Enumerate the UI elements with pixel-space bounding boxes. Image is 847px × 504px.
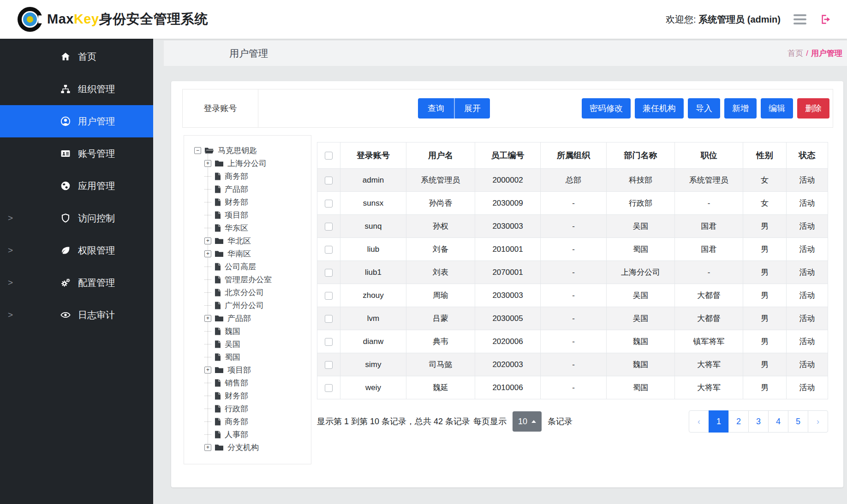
- tree-expander-minus[interactable]: −: [194, 147, 201, 154]
- edit-button[interactable]: 编辑: [761, 98, 793, 119]
- sidebar-item-label: 组织管理: [78, 83, 115, 95]
- file-icon: [215, 211, 221, 219]
- tree-node[interactable]: 项目部: [184, 208, 311, 221]
- tree-node[interactable]: 魏国: [184, 325, 311, 338]
- tree-node[interactable]: 商务部: [184, 415, 311, 428]
- tree-expander-plus[interactable]: +: [204, 250, 211, 257]
- pager-page-1[interactable]: 1: [709, 410, 729, 433]
- tree-node[interactable]: 销售部: [184, 376, 311, 389]
- page-size-select[interactable]: 10: [513, 411, 542, 432]
- tree-node[interactable]: −马克思钥匙: [184, 144, 311, 157]
- tree-node[interactable]: 北京分公司: [184, 286, 311, 299]
- tree-node[interactable]: +产品部: [184, 312, 311, 325]
- password-modify-button[interactable]: 密码修改: [582, 98, 631, 119]
- import-button[interactable]: 导入: [688, 98, 720, 119]
- tree-expander-plus[interactable]: +: [204, 367, 211, 374]
- tree-expander-plus[interactable]: +: [204, 444, 211, 451]
- row-checkbox[interactable]: [325, 384, 333, 392]
- tree-node[interactable]: +分支机构: [184, 441, 311, 454]
- row-checkbox[interactable]: [325, 223, 333, 231]
- table-cell: 2030003: [475, 215, 541, 238]
- tree-node-label: 北京分公司: [225, 287, 264, 298]
- sidebar-item-user-mgmt[interactable]: 用户管理: [0, 105, 153, 137]
- row-checkbox[interactable]: [325, 361, 333, 369]
- user-circle-icon: [60, 116, 71, 127]
- sidebar-item-config-mgmt[interactable]: 配置管理: [0, 267, 153, 299]
- table-row[interactable]: admin系统管理员2000002总部科技部系统管理员女活动: [317, 169, 828, 192]
- query-button[interactable]: 查询: [418, 98, 454, 119]
- tree-node[interactable]: 华东区: [184, 221, 311, 234]
- checkbox-cell: [317, 284, 340, 307]
- pager-page-4[interactable]: 4: [768, 410, 788, 433]
- tree-expander-plus[interactable]: +: [204, 315, 211, 322]
- table-row[interactable]: simy司马懿2020003-魏国大将军男活动: [317, 353, 828, 376]
- file-icon: [215, 198, 221, 206]
- tree-node[interactable]: 财务部: [184, 196, 311, 208]
- row-checkbox[interactable]: [325, 292, 333, 300]
- file-icon: [215, 353, 221, 361]
- table-cell: -: [541, 307, 607, 330]
- tree-node[interactable]: 行政部: [184, 402, 311, 415]
- table-cell: 国君: [675, 238, 743, 261]
- tree-node[interactable]: +上海分公司: [184, 157, 311, 170]
- table-row[interactable]: sunsx孙尚香2030009-行政部-女活动: [317, 192, 828, 215]
- tree-node[interactable]: 财务部: [184, 389, 311, 402]
- tree-node[interactable]: 管理层办公室: [184, 273, 311, 286]
- menu-toggle-icon[interactable]: [793, 12, 806, 26]
- tree-node[interactable]: 蜀国: [184, 350, 311, 363]
- row-checkbox[interactable]: [325, 177, 333, 184]
- tree-node[interactable]: 公司高层: [184, 260, 311, 273]
- sidebar-item-perm-mgmt[interactable]: 权限管理: [0, 234, 153, 267]
- brand-key: Key: [74, 12, 99, 26]
- row-checkbox[interactable]: [325, 315, 333, 323]
- pager-page-2[interactable]: 2: [728, 410, 749, 433]
- table-cell: 吴国: [607, 284, 675, 307]
- column-header: 员工编号: [475, 142, 541, 169]
- table-row[interactable]: sunq孙权2030003-吴国国君男活动: [317, 215, 828, 238]
- tree-node-label: 商务部: [225, 171, 248, 182]
- expand-button[interactable]: 展开: [454, 98, 490, 119]
- tree-node[interactable]: 吴国: [184, 338, 311, 350]
- tree-expander-plus[interactable]: +: [204, 237, 211, 244]
- sidebar-item-home[interactable]: 首页: [0, 41, 153, 73]
- sidebar-item-log-audit[interactable]: 日志审计: [0, 299, 153, 331]
- table-row[interactable]: dianw典韦2020006-魏国镇军将军男活动: [317, 330, 828, 353]
- pager-prev[interactable]: ‹: [689, 410, 709, 433]
- row-checkbox[interactable]: [325, 246, 333, 254]
- select-all-checkbox[interactable]: [325, 152, 333, 160]
- table-row[interactable]: liub1刘表2070001-上海分公司-男活动: [317, 261, 828, 284]
- tree-connector: [204, 434, 211, 435]
- breadcrumb-home[interactable]: 首页: [787, 48, 803, 59]
- tree-node[interactable]: 商务部: [184, 170, 311, 183]
- table-row[interactable]: weiy魏延2010006-蜀国大将军男活动: [317, 376, 828, 399]
- table-row[interactable]: zhouy周瑜2030003-吴国大都督男活动: [317, 284, 828, 307]
- table-row[interactable]: liub刘备2010001-蜀国国君男活动: [317, 238, 828, 261]
- table-cell: admin: [340, 169, 406, 192]
- delete-button[interactable]: 删除: [797, 98, 829, 119]
- add-button[interactable]: 新增: [724, 98, 757, 119]
- tree-node[interactable]: 广州分公司: [184, 299, 311, 312]
- pager-next[interactable]: ›: [808, 410, 828, 433]
- row-checkbox[interactable]: [325, 269, 333, 277]
- pager-page-3[interactable]: 3: [748, 410, 769, 433]
- file-icon: [215, 405, 221, 413]
- tree-node[interactable]: +项目部: [184, 363, 311, 376]
- sidebar-item-account-mgmt[interactable]: 账号管理: [0, 137, 153, 170]
- tree-node[interactable]: 人事部: [184, 428, 311, 441]
- search-input[interactable]: [258, 89, 418, 127]
- pager-page-5[interactable]: 5: [788, 410, 808, 433]
- file-icon: [215, 172, 221, 180]
- search-label: 登录账号: [183, 89, 258, 127]
- row-checkbox[interactable]: [325, 200, 333, 208]
- sidebar-item-app-mgmt[interactable]: 应用管理: [0, 170, 153, 202]
- sidebar-item-org-mgmt[interactable]: 组织管理: [0, 73, 153, 105]
- tree-node[interactable]: +华北区: [184, 234, 311, 247]
- tree-expander-plus[interactable]: +: [204, 160, 211, 167]
- tree-node[interactable]: +华南区: [184, 247, 311, 260]
- table-row[interactable]: lvm吕蒙2030005-吴国大都督男活动: [317, 307, 828, 330]
- sidebar-item-access-control[interactable]: 访问控制: [0, 202, 153, 234]
- row-checkbox[interactable]: [325, 338, 333, 346]
- tree-node[interactable]: 产品部: [184, 183, 311, 196]
- logout-icon[interactable]: [819, 13, 831, 25]
- concurrent-org-button[interactable]: 兼任机构: [635, 98, 684, 119]
